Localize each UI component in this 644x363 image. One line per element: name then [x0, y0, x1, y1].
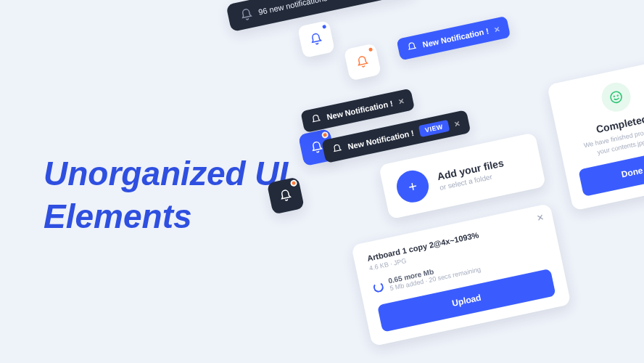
- notification-dot-icon: [367, 46, 375, 54]
- smile-icon: [599, 80, 633, 114]
- bell-icon: [278, 188, 293, 203]
- notification-dot-icon: [290, 179, 298, 187]
- notification-dot-icon: [321, 131, 329, 139]
- close-icon[interactable]: ✕: [453, 119, 461, 128]
- bell-tile-white-2[interactable]: [344, 43, 381, 81]
- bell-icon: [355, 54, 370, 70]
- notification-dot-icon: [321, 23, 329, 31]
- upload-card: ✕ Artboard 1 copy 2@4x~1093% 4.6 KB · JP…: [351, 203, 571, 346]
- close-icon[interactable]: ✕: [536, 212, 545, 224]
- add-button[interactable]: +: [394, 168, 432, 205]
- ui-elements-collage: 96 new notifications are a... New Notifi…: [197, 0, 644, 363]
- close-icon[interactable]: ✕: [493, 25, 500, 33]
- svg-point-2: [617, 95, 618, 96]
- pill-label: New Notification !: [347, 129, 414, 151]
- banner-text: 96 new notifications are a...: [257, 0, 354, 17]
- svg-point-1: [614, 96, 614, 97]
- bell-icon: [239, 7, 254, 23]
- view-button[interactable]: VIEW: [418, 120, 450, 137]
- bell-icon: [406, 41, 418, 54]
- pill-label: New Notification !: [326, 99, 393, 121]
- svg-point-0: [610, 91, 623, 104]
- bell-icon: [310, 113, 323, 126]
- close-icon[interactable]: ✕: [397, 97, 405, 105]
- bell-tile-dark[interactable]: [267, 176, 305, 214]
- completed-card: Completed We have finished processing yo…: [547, 58, 644, 211]
- spinner-icon: [372, 281, 384, 293]
- bell-icon: [331, 143, 344, 155]
- pill-label: New Notification !: [422, 27, 490, 49]
- bell-icon: [308, 31, 323, 46]
- bell-tile-white-1[interactable]: [297, 20, 335, 58]
- notification-pill-blue[interactable]: New Notification ! ✕: [396, 16, 511, 61]
